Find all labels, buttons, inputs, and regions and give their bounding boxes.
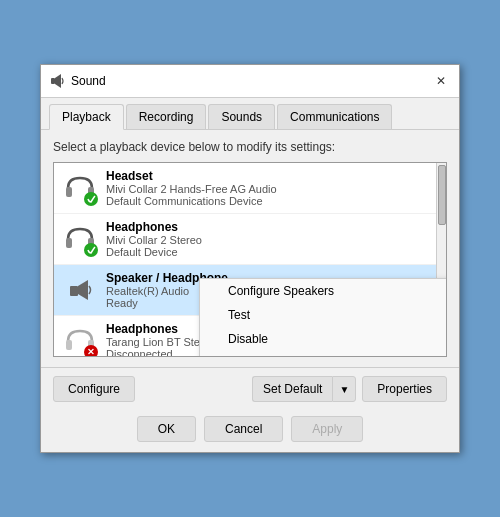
- cancel-button[interactable]: Cancel: [204, 416, 283, 442]
- tab-bar: Playback Recording Sounds Communications: [41, 98, 459, 130]
- context-test[interactable]: Test: [200, 303, 447, 327]
- device-name-headphones-default: Headphones: [106, 220, 438, 234]
- device-icon-headphones-disconnected: ✕: [62, 323, 98, 357]
- device-status-headset: Default Communications Device: [106, 195, 438, 207]
- set-default-group: Set Default ▼: [252, 376, 356, 402]
- badge-headphones-disconnected: ✕: [84, 345, 98, 357]
- apply-button[interactable]: Apply: [291, 416, 363, 442]
- instruction-text: Select a playback device below to modify…: [53, 140, 447, 154]
- scrollbar-thumb[interactable]: [438, 165, 446, 225]
- svg-rect-8: [66, 340, 72, 350]
- device-name-headset: Headset: [106, 169, 438, 183]
- sound-dialog: Sound ✕ Playback Recording Sounds Commun…: [40, 64, 460, 453]
- device-item-headphones-default[interactable]: Headphones Mivi Collar 2 Stereo Default …: [54, 214, 446, 265]
- device-info-headset: Headset Mivi Collar 2 Hands-Free AG Audi…: [106, 169, 438, 207]
- set-default-arrow-button[interactable]: ▼: [332, 376, 356, 402]
- svg-marker-1: [55, 74, 61, 88]
- properties-button[interactable]: Properties: [362, 376, 447, 402]
- tab-communications[interactable]: Communications: [277, 104, 392, 129]
- context-configure-speakers[interactable]: Configure Speakers: [200, 279, 447, 303]
- ok-cancel-bar: OK Cancel Apply: [41, 410, 459, 452]
- ok-button[interactable]: OK: [137, 416, 196, 442]
- context-set-default-device[interactable]: Set as Default Device: [200, 351, 447, 357]
- context-disable[interactable]: Disable: [200, 327, 447, 351]
- title-bar: Sound ✕: [41, 65, 459, 98]
- device-icon-speaker: [62, 272, 98, 308]
- configure-button[interactable]: Configure: [53, 376, 135, 402]
- svg-rect-2: [66, 187, 72, 197]
- device-icon-headphones-default: [62, 221, 98, 257]
- badge-headphones-default: [84, 243, 98, 257]
- svg-rect-6: [70, 286, 78, 296]
- device-list[interactable]: Headset Mivi Collar 2 Hands-Free AG Audi…: [53, 162, 447, 357]
- tab-playback[interactable]: Playback: [49, 104, 124, 130]
- title-text: Sound: [71, 74, 431, 88]
- set-default-button[interactable]: Set Default: [252, 376, 332, 402]
- context-menu: Configure Speakers Test Disable Set as D…: [199, 278, 447, 357]
- tab-content: Select a playback device below to modify…: [41, 130, 459, 367]
- svg-marker-7: [78, 280, 88, 300]
- badge-headset: [84, 192, 98, 206]
- tab-recording[interactable]: Recording: [126, 104, 207, 129]
- device-info-headphones-default: Headphones Mivi Collar 2 Stereo Default …: [106, 220, 438, 258]
- device-status-headphones-default: Default Device: [106, 246, 438, 258]
- device-sub-headphones-default: Mivi Collar 2 Stereo: [106, 234, 438, 246]
- device-item-headset[interactable]: Headset Mivi Collar 2 Hands-Free AG Audi…: [54, 163, 446, 214]
- svg-rect-0: [51, 78, 55, 84]
- device-icon-headset: [62, 170, 98, 206]
- svg-rect-4: [66, 238, 72, 248]
- close-button[interactable]: ✕: [431, 71, 451, 91]
- bottom-button-bar: Configure Set Default ▼ Properties: [41, 367, 459, 410]
- device-sub-headset: Mivi Collar 2 Hands-Free AG Audio: [106, 183, 438, 195]
- tab-sounds[interactable]: Sounds: [208, 104, 275, 129]
- speaker-icon: [49, 73, 65, 89]
